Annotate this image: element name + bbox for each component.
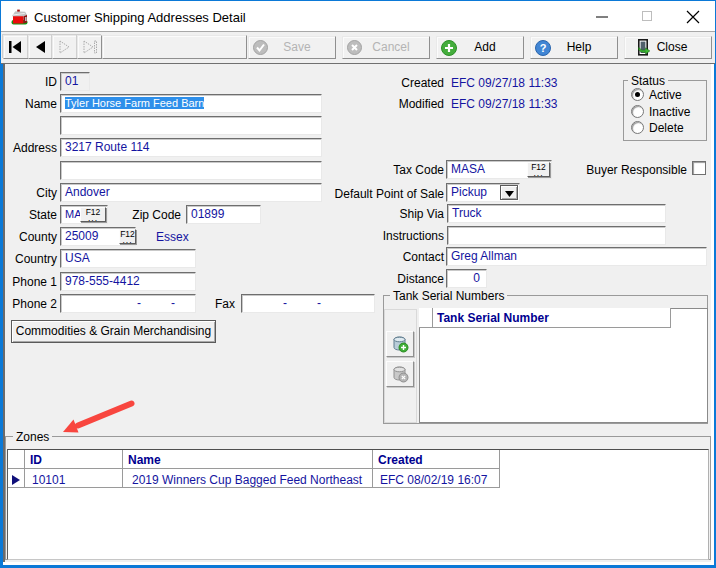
svg-text:?: ?: [540, 42, 547, 54]
